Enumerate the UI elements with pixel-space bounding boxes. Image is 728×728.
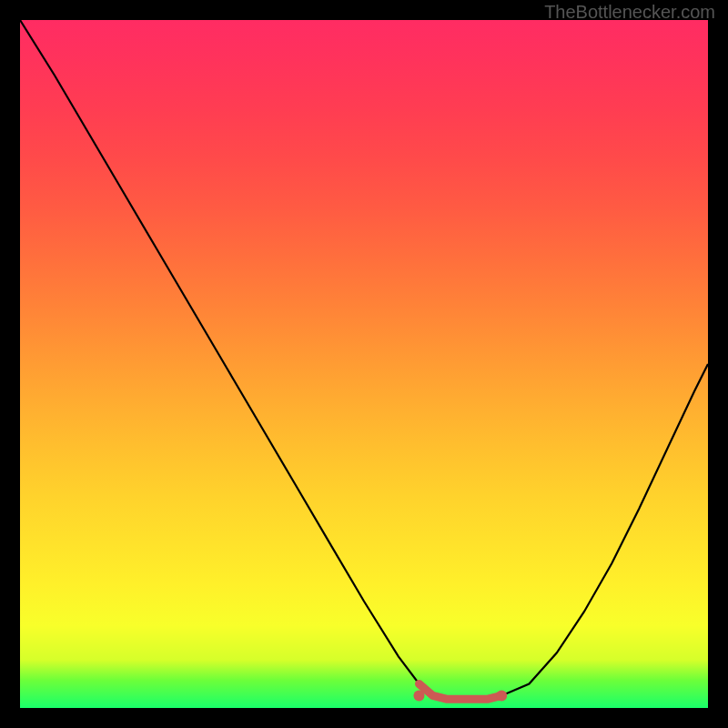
optimal-zone-end-dot (496, 690, 507, 701)
optimal-zone-start-dot (413, 690, 424, 701)
watermark-text: TheBottlenecker.com (544, 2, 715, 23)
chart-plot-area (20, 20, 708, 708)
bottleneck-curve (20, 20, 708, 699)
chart-svg (20, 20, 708, 708)
optimal-zone-marker (420, 684, 502, 700)
